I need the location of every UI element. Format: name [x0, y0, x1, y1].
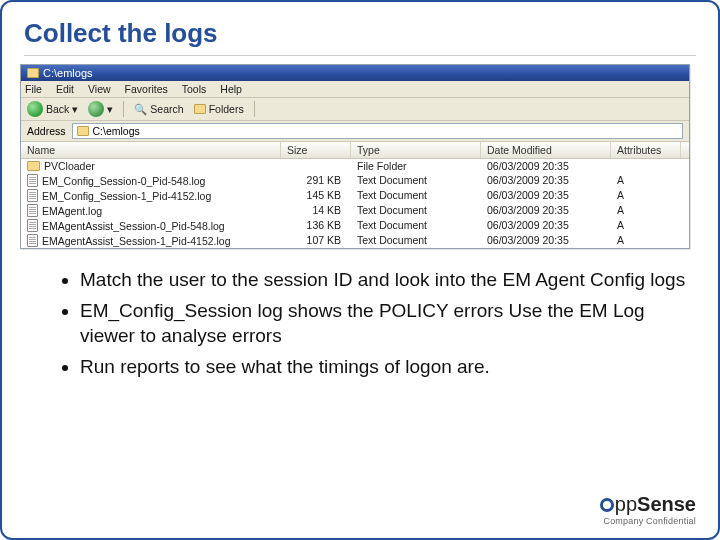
file-name: EMAgentAssist_Session-1_Pid-4152.log — [42, 235, 231, 247]
file-list: Name Size Type Date Modified Attributes … — [21, 142, 689, 248]
forward-icon — [88, 101, 104, 117]
col-attr[interactable]: Attributes — [611, 142, 681, 158]
list-item: Run reports to see what the timings of l… — [80, 354, 696, 380]
chevron-down-icon: ▾ — [107, 103, 113, 115]
chevron-down-icon: ▾ — [72, 103, 78, 115]
file-icon — [27, 174, 38, 187]
table-row[interactable]: EM_Config_Session-0_Pid-548.log291 KBTex… — [21, 173, 689, 188]
file-icon — [27, 234, 38, 247]
table-row[interactable]: PVCloaderFile Folder06/03/2009 20:35 — [21, 159, 689, 173]
menu-view[interactable]: View — [88, 83, 111, 95]
brand-suffix: Sense — [637, 493, 696, 515]
file-attr: A — [611, 173, 681, 188]
file-type: File Folder — [351, 159, 481, 173]
col-date[interactable]: Date Modified — [481, 142, 611, 158]
address-input[interactable]: C:\emlogs — [72, 123, 683, 139]
confidential-label: Company Confidential — [600, 516, 696, 526]
folder-icon — [27, 161, 40, 171]
separator — [254, 101, 255, 117]
file-name: EMAgentAssist_Session-0_Pid-548.log — [42, 220, 225, 232]
column-headers: Name Size Type Date Modified Attributes — [21, 142, 689, 159]
file-name: EM_Config_Session-0_Pid-548.log — [42, 175, 205, 187]
table-row[interactable]: EMAgentAssist_Session-0_Pid-548.log136 K… — [21, 218, 689, 233]
file-date: 06/03/2009 20:35 — [481, 233, 611, 248]
window-titlebar: C:\emlogs — [21, 65, 689, 81]
forward-button[interactable]: ▾ — [88, 101, 113, 117]
col-name[interactable]: Name — [21, 142, 281, 158]
toolbar: Back ▾ ▾ 🔍 Search Folders — [21, 98, 689, 121]
menu-favorites[interactable]: Favorites — [125, 83, 168, 95]
search-button[interactable]: 🔍 Search — [134, 103, 183, 116]
folder-icon — [27, 68, 39, 78]
folder-icon — [77, 126, 89, 136]
menu-tools[interactable]: Tools — [182, 83, 207, 95]
address-label: Address — [27, 125, 66, 137]
file-date: 06/03/2009 20:35 — [481, 159, 611, 173]
table-row[interactable]: EM_Config_Session-1_Pid-4152.log145 KBTe… — [21, 188, 689, 203]
footer: ppSense Company Confidential — [600, 493, 696, 526]
file-date: 06/03/2009 20:35 — [481, 203, 611, 218]
file-icon — [27, 219, 38, 232]
menu-file[interactable]: File — [25, 83, 42, 95]
file-date: 06/03/2009 20:35 — [481, 173, 611, 188]
menu-bar: File Edit View Favorites Tools Help — [21, 81, 689, 98]
file-date: 06/03/2009 20:35 — [481, 218, 611, 233]
file-size: 291 KB — [281, 173, 351, 188]
table-row[interactable]: EMAgentAssist_Session-1_Pid-4152.log107 … — [21, 233, 689, 248]
file-size: 145 KB — [281, 188, 351, 203]
menu-help[interactable]: Help — [220, 83, 242, 95]
file-size: 14 KB — [281, 203, 351, 218]
brand-logo: ppSense — [600, 493, 696, 516]
file-size — [281, 159, 351, 173]
folders-button[interactable]: Folders — [194, 103, 244, 115]
back-label: Back — [46, 103, 69, 115]
col-type[interactable]: Type — [351, 142, 481, 158]
file-attr — [611, 159, 681, 173]
file-attr: A — [611, 233, 681, 248]
file-type: Text Document — [351, 188, 481, 203]
file-attr: A — [611, 203, 681, 218]
list-item: EM_Config_Session log shows the POLICY e… — [80, 298, 696, 349]
col-size[interactable]: Size — [281, 142, 351, 158]
file-size: 136 KB — [281, 218, 351, 233]
back-button[interactable]: Back ▾ — [27, 101, 78, 117]
folder-icon — [194, 104, 206, 114]
brand-prefix: pp — [615, 493, 637, 515]
list-item: Match the user to the session ID and loo… — [80, 267, 696, 293]
address-bar: Address C:\emlogs — [21, 121, 689, 142]
bullet-list: Match the user to the session ID and loo… — [80, 267, 696, 380]
file-icon — [27, 189, 38, 202]
file-name: PVCloader — [44, 160, 95, 172]
page-title: Collect the logs — [24, 18, 696, 56]
file-type: Text Document — [351, 233, 481, 248]
window-title-text: C:\emlogs — [43, 67, 93, 79]
file-type: Text Document — [351, 218, 481, 233]
logo-circle-icon — [600, 498, 614, 512]
file-name: EM_Config_Session-1_Pid-4152.log — [42, 190, 211, 202]
back-icon — [27, 101, 43, 117]
folders-label: Folders — [209, 103, 244, 115]
file-size: 107 KB — [281, 233, 351, 248]
file-attr: A — [611, 218, 681, 233]
file-type: Text Document — [351, 203, 481, 218]
file-date: 06/03/2009 20:35 — [481, 188, 611, 203]
file-name: EMAgent.log — [42, 205, 102, 217]
menu-edit[interactable]: Edit — [56, 83, 74, 95]
search-icon: 🔍 — [134, 103, 147, 116]
file-icon — [27, 204, 38, 217]
file-type: Text Document — [351, 173, 481, 188]
search-label: Search — [150, 103, 183, 115]
separator — [123, 101, 124, 117]
explorer-window: C:\emlogs File Edit View Favorites Tools… — [20, 64, 690, 249]
table-row[interactable]: EMAgent.log14 KBText Document06/03/2009 … — [21, 203, 689, 218]
address-value: C:\emlogs — [93, 125, 140, 137]
file-attr: A — [611, 188, 681, 203]
